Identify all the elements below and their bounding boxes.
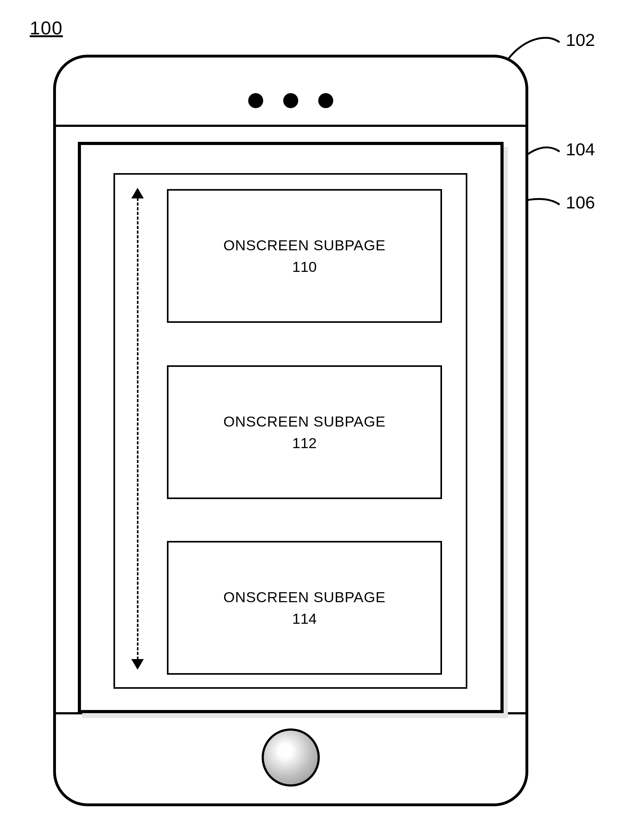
content-frame: ONSCREEN SUBPAGE 110 ONSCREEN SUBPAGE 11… bbox=[114, 173, 467, 689]
ref-106: 106 bbox=[566, 192, 595, 213]
subpage-ref: 112 bbox=[292, 433, 316, 453]
subpage-title: ONSCREEN SUBPAGE bbox=[223, 587, 386, 607]
home-button[interactable] bbox=[262, 728, 320, 786]
subpage-ref: 110 bbox=[292, 257, 316, 276]
sensor-row bbox=[248, 93, 333, 108]
subpage-box: ONSCREEN SUBPAGE 114 bbox=[167, 541, 442, 675]
arrow-down-icon bbox=[131, 659, 144, 670]
bezel-top-divider bbox=[56, 125, 525, 127]
figure-canvas: 100 102 104 106 ONSCREEN SUBPAGE bbox=[0, 0, 628, 840]
sensor-dot bbox=[318, 93, 333, 108]
arrow-shaft bbox=[137, 198, 138, 660]
sensor-dot bbox=[248, 93, 263, 108]
arrow-up-icon bbox=[131, 188, 144, 199]
ref-102: 102 bbox=[566, 30, 595, 50]
sensor-dot bbox=[283, 93, 298, 108]
subpage-box: ONSCREEN SUBPAGE 112 bbox=[167, 365, 442, 499]
device-body: ONSCREEN SUBPAGE 110 ONSCREEN SUBPAGE 11… bbox=[53, 55, 528, 806]
subpage-ref: 114 bbox=[292, 609, 316, 628]
subpage-box: ONSCREEN SUBPAGE 110 bbox=[167, 189, 442, 323]
display-area: ONSCREEN SUBPAGE 110 ONSCREEN SUBPAGE 11… bbox=[78, 142, 504, 713]
subpage-title: ONSCREEN SUBPAGE bbox=[223, 412, 386, 431]
ref-104: 104 bbox=[566, 139, 595, 159]
figure-number: 100 bbox=[30, 17, 63, 39]
subpage-title: ONSCREEN SUBPAGE bbox=[223, 235, 386, 255]
